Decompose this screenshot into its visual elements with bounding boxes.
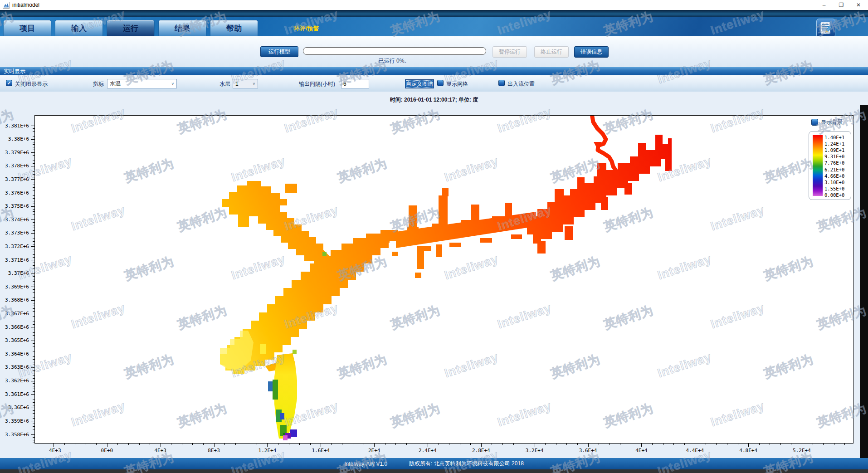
colorbar-gradient — [813, 135, 823, 196]
realtime-section-title: 实时显示 — [4, 68, 25, 74]
x-axis-ticks — [34, 443, 853, 447]
show-grid-checkbox[interactable] — [437, 80, 444, 86]
legend-row: 显示背景 — [811, 118, 843, 126]
error-info-button[interactable]: 错误信息 — [574, 46, 609, 58]
interval-label: 输出间隔(小时) — [299, 80, 335, 88]
minimize-button[interactable]: – — [815, 0, 833, 10]
show-background-checkbox[interactable] — [811, 119, 818, 126]
colorbar-legend: 1.40E+11.24E+11.09E+19.31E+07.76E+06.21E… — [809, 131, 851, 200]
indicator-label: 指标 — [93, 80, 104, 88]
window-controls: – ❐ ✕ — [815, 0, 867, 10]
window-title: initialmodel — [12, 2, 39, 8]
bottom-strip — [0, 469, 868, 473]
tab-运行[interactable]: 运行 — [107, 20, 154, 36]
app-version: Intelway-AW V1.0 — [344, 461, 387, 467]
check-icon: ✓ — [6, 80, 12, 86]
progress-bar — [303, 47, 486, 55]
layer-select[interactable]: 1 ˅ — [233, 79, 258, 88]
colorbar-values: 1.40E+11.24E+11.09E+19.31E+07.76E+06.21E… — [824, 135, 849, 198]
run-model-button[interactable]: 运行模型 — [260, 46, 298, 57]
water-temperature-map — [35, 116, 853, 443]
menu-bar: 项目输入运行结果帮助 环评/预警 — [0, 17, 868, 36]
tab-输入[interactable]: 输入 — [55, 20, 102, 36]
chevron-down-icon: ˅ — [250, 82, 258, 86]
x-axis-labels: -4E+30E+04E+38E+31.2E+41.6E+42E+42.4E+42… — [34, 448, 853, 455]
y-axis-ticks — [31, 115, 34, 443]
stop-run-button[interactable]: 终止运行 — [534, 46, 569, 58]
close-button[interactable]: ✕ — [850, 0, 867, 10]
env-warning-link[interactable]: 环评/预警 — [294, 24, 319, 33]
custom-palette-button[interactable]: 自定义图谱 — [405, 79, 434, 88]
show-background-label: 显示背景 — [821, 118, 843, 126]
progress-caption: 已运行 0%。 — [303, 57, 485, 65]
tab-结果[interactable]: 结果 — [159, 20, 206, 36]
window-right-shade — [860, 105, 868, 459]
status-bar: Intelway-AW V1.0 版权所有: 北京英特利为环境科技有限公司 20… — [0, 458, 868, 469]
close-graph-label: 关闭图形显示 — [15, 80, 48, 88]
close-graph-checkbox[interactable]: ✓ — [6, 80, 12, 86]
chevron-down-icon: ˅ — [169, 82, 176, 86]
copyright-text: 版权所有: 北京英特利为环境科技有限公司 2018 — [409, 460, 524, 468]
indicator-value: 水温 — [107, 80, 169, 88]
tab-项目[interactable]: 项目 — [4, 20, 51, 36]
app-icon — [3, 2, 10, 9]
pause-run-button[interactable]: 暂停运行 — [493, 46, 527, 58]
tab-帮助[interactable]: 帮助 — [210, 20, 258, 36]
indicator-select[interactable]: 水温 ˅ — [107, 79, 177, 88]
layer-value: 1 — [233, 81, 250, 87]
inout-flow-checkbox[interactable] — [498, 80, 505, 86]
restore-button[interactable]: ❐ — [833, 0, 850, 10]
title-bar: initialmodel – ❐ ✕ — [0, 0, 868, 10]
top-accent-bar — [0, 10, 868, 17]
run-toolbar: 运行模型 已运行 0%。 暂停运行 终止运行 错误信息 — [0, 36, 868, 67]
interval-input[interactable] — [341, 79, 369, 88]
y-axis-labels: 3.381E+63.38E+63.379E+63.378E+63.377E+63… — [0, 115, 30, 443]
map-time-caption: 时间: 2016-01-01 12:00:17; 单位: 度 — [0, 96, 868, 104]
document-pencil-icon — [819, 21, 833, 35]
inout-flow-label: 出入流位置 — [507, 80, 535, 88]
menu-tabs: 项目输入运行结果帮助 — [0, 17, 868, 36]
report-document-icon[interactable] — [816, 19, 835, 38]
layer-label: 水层 — [219, 80, 230, 88]
water-temperature-map-plot[interactable]: 显示背景 1.40E+11.24E+11.09E+19.31E+07.76E+0… — [34, 115, 853, 444]
show-grid-label: 显示网格 — [446, 80, 468, 88]
realtime-section-header: 实时显示 — [0, 67, 868, 75]
realtime-controls: ✓ 关闭图形显示 指标 水温 ˅ 水层 1 ˅ 输出间隔(小时) 自定义图谱 显… — [0, 75, 868, 92]
